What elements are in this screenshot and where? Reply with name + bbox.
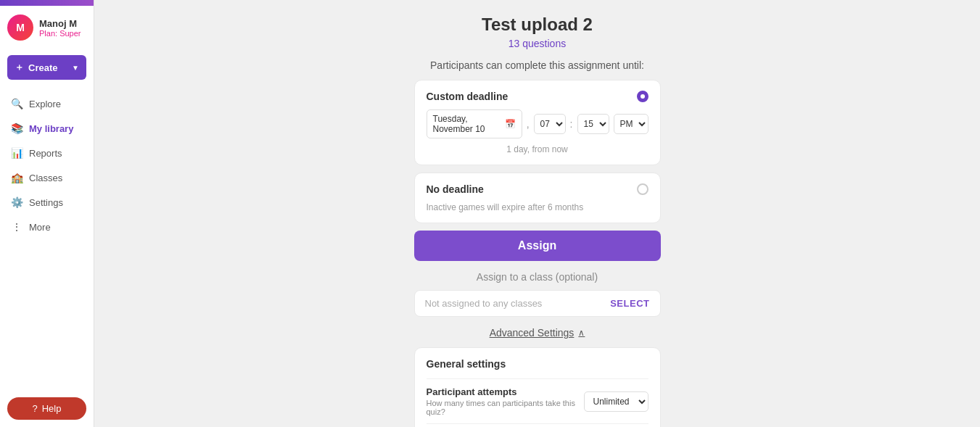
custom-deadline-radio[interactable] <box>637 91 648 102</box>
sidebar-item-reports-label: Reports <box>29 148 62 159</box>
sidebar-item-classes[interactable]: 🏫 Classes <box>0 165 94 190</box>
more-icon: ⋮ <box>10 221 23 233</box>
no-deadline-desc: Inactive games will expire after 6 month… <box>427 202 648 212</box>
plus-icon: ＋ <box>15 61 24 74</box>
create-button[interactable]: ＋ Create ▼ <box>7 55 86 80</box>
no-deadline-title: No deadline <box>427 183 484 195</box>
assign-class-optional-text: (optional) <box>556 271 598 283</box>
assign-class-label: Assign to a class (optional) <box>477 271 598 283</box>
custom-deadline-title: Custom deadline <box>427 91 508 102</box>
avatar: M <box>7 14 33 41</box>
advanced-settings-toggle[interactable]: Advanced Settings ∧ <box>490 327 585 339</box>
class-placeholder: Not assigned to any classes <box>425 298 543 309</box>
ampm-select[interactable]: PM AM <box>614 114 648 134</box>
help-label: Help <box>42 403 62 414</box>
explore-icon: 🔍 <box>10 98 23 109</box>
main-content: Test upload 2 13 questions Participants … <box>94 0 980 427</box>
card-header: Custom deadline <box>427 91 648 102</box>
colon-separator: : <box>570 118 573 130</box>
no-deadline-header: No deadline <box>427 183 648 195</box>
sidebar-item-more[interactable]: ⋮ More <box>0 215 94 239</box>
participant-attempts-select[interactable]: Unlimited 1 2 3 5 10 <box>584 391 648 412</box>
help-button[interactable]: ? Help <box>7 397 86 420</box>
custom-deadline-card: Custom deadline Tuesday, November 10 📅 ,… <box>414 80 661 165</box>
date-field[interactable]: Tuesday, November 10 📅 <box>427 109 522 138</box>
page-subtitle: 13 questions <box>508 38 566 49</box>
sidebar-item-explore[interactable]: 🔍 Explore <box>0 91 94 116</box>
class-select-row: Not assigned to any classes SELECT <box>414 290 661 317</box>
sidebar-item-reports[interactable]: 📊 Reports <box>0 141 94 165</box>
date-hint: 1 day, from now <box>427 144 648 154</box>
sidebar-item-classes-label: Classes <box>29 173 62 183</box>
create-label: Create <box>28 62 57 73</box>
general-settings-title: General settings <box>427 358 648 370</box>
participant-attempts-label: Participant attempts <box>427 386 584 397</box>
hour-select[interactable]: 07 08 09 <box>534 114 566 134</box>
user-plan: Plan: Super <box>39 29 81 38</box>
user-name: Manoj M <box>39 18 81 29</box>
sidebar-item-explore-label: Explore <box>29 99 61 109</box>
top-bar <box>0 0 94 6</box>
user-info: Manoj M Plan: Super <box>39 18 81 38</box>
general-settings-card: General settings Participant attempts Ho… <box>414 347 661 427</box>
date-value: Tuesday, November 10 <box>433 114 502 134</box>
chevron-up-icon: ∧ <box>578 328 585 338</box>
assign-class-text: Assign to a class <box>477 271 553 283</box>
participant-attempts-desc: How many times can participants take thi… <box>427 399 584 416</box>
participants-label: Participants can complete this assignmen… <box>430 59 644 71</box>
calendar-icon: 📅 <box>505 119 516 129</box>
no-deadline-card: No deadline Inactive games will expire a… <box>414 173 661 223</box>
select-class-button[interactable]: SELECT <box>610 298 649 309</box>
sidebar-item-settings[interactable]: ⚙️ Settings <box>0 190 94 215</box>
settings-icon: ⚙️ <box>10 196 23 208</box>
sidebar: M Manoj M Plan: Super ＋ Create ▼ 🔍 Explo… <box>0 0 94 427</box>
sidebar-item-my-library-label: My library <box>29 123 73 134</box>
no-deadline-radio[interactable] <box>637 183 648 195</box>
chevron-down-icon: ▼ <box>72 64 79 72</box>
sidebar-nav: 🔍 Explore 📚 My library 📊 Reports 🏫 Class… <box>0 86 94 390</box>
classes-icon: 🏫 <box>10 172 23 183</box>
user-profile: M Manoj M Plan: Super <box>0 6 94 49</box>
comma-separator: , <box>527 118 530 130</box>
library-icon: 📚 <box>10 123 23 134</box>
show-answers-row: Show answers during activity Yes No <box>427 423 648 427</box>
participant-attempts-row: Participant attempts How many times can … <box>427 378 648 423</box>
date-row: Tuesday, November 10 📅 , 07 08 09 : 15 3… <box>427 109 648 138</box>
reports-icon: 📊 <box>10 147 23 159</box>
participant-attempts-control: Unlimited 1 2 3 5 10 <box>584 391 648 412</box>
page-title: Test upload 2 <box>482 14 593 35</box>
assign-button[interactable]: Assign <box>414 231 661 261</box>
help-icon: ? <box>33 403 38 414</box>
sidebar-item-more-label: More <box>29 222 51 233</box>
sidebar-item-settings-label: Settings <box>29 197 63 208</box>
minute-select[interactable]: 15 30 45 00 <box>577 114 609 134</box>
sidebar-item-my-library[interactable]: 📚 My library <box>0 116 94 141</box>
participant-attempts-info: Participant attempts How many times can … <box>427 386 584 416</box>
advanced-settings-label: Advanced Settings <box>490 327 575 339</box>
